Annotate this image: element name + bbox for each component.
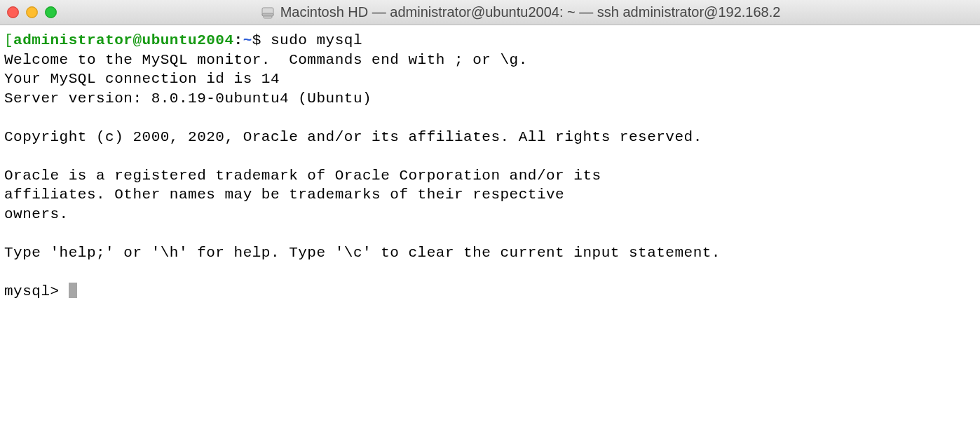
output-line: Server version: 8.0.19-0ubuntu4 (Ubuntu)	[4, 90, 372, 107]
prompt-dollar: $	[252, 32, 271, 48]
disk-icon	[261, 6, 275, 20]
window-title: Macintosh HD — administrator@ubuntu2004:…	[280, 4, 781, 20]
window-controls	[7, 6, 57, 18]
cursor-block	[69, 283, 77, 298]
window-title-wrap: Macintosh HD — administrator@ubuntu2004:…	[68, 4, 973, 20]
prompt-path: ~	[243, 32, 252, 48]
output-line: Your MySQL connection id is 14	[4, 71, 280, 87]
svg-rect-1	[262, 13, 273, 16]
prompt-colon: :	[234, 32, 243, 48]
close-window-button[interactable]	[7, 6, 19, 18]
output-line: Copyright (c) 2000, 2020, Oracle and/or …	[4, 129, 702, 145]
command-text: sudo mysql	[271, 32, 362, 48]
output-line: Welcome to the MySQL monitor. Commands e…	[4, 52, 528, 68]
mysql-prompt: mysql>	[4, 283, 69, 299]
output-line: Type 'help;' or '\h' for help. Type '\c'…	[4, 245, 721, 261]
prompt-userhost: administrator@ubuntu2004	[13, 32, 233, 48]
output-line: Oracle is a registered trademark of Orac…	[4, 168, 601, 184]
minimize-window-button[interactable]	[26, 6, 38, 18]
window-titlebar: Macintosh HD — administrator@ubuntu2004:…	[0, 0, 980, 25]
terminal-output[interactable]: [administrator@ubuntu2004:~$ sudo mysql …	[0, 25, 980, 306]
prompt-bracket: [	[4, 32, 13, 48]
svg-rect-2	[264, 16, 272, 18]
output-line: owners.	[4, 206, 69, 222]
zoom-window-button[interactable]	[45, 6, 57, 18]
output-line: affiliates. Other names may be trademark…	[4, 187, 564, 203]
